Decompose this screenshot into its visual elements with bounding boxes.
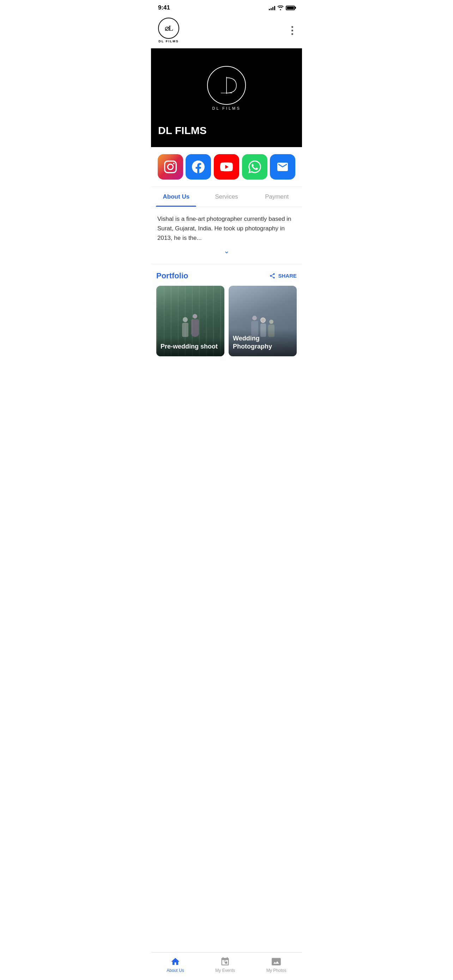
tab-about-us[interactable]: About Us [151,187,202,207]
share-button[interactable]: SHARE [269,273,297,279]
hero-logo-container: DL FILMS [158,59,295,118]
about-section: Vishal is a fine-art photographer curren… [151,207,302,264]
hero-logo-svg [212,75,241,96]
logo-dl-text: ⌀L [165,24,173,33]
facebook-button[interactable] [186,154,211,180]
hero-banner: DL FILMS DL FILMS [151,48,302,147]
header-logo: ⌀L DL FILMS [158,18,179,43]
tab-services[interactable]: Services [202,187,252,207]
signal-icon [269,5,275,10]
wifi-icon [277,5,284,10]
portfolio-header: Portfolio SHARE [156,271,297,280]
wedding-overlay: Wedding Photography [229,329,297,356]
app-header: ⌀L DL FILMS [151,14,302,48]
portfolio-title: Portfolio [156,271,188,280]
wedding-label: Wedding Photography [233,334,292,351]
hero-films-label: DL FILMS [212,106,241,110]
status-bar: 9:41 [151,0,302,14]
portfolio-card-wedding[interactable]: Wedding Photography [229,286,297,356]
menu-button[interactable] [290,24,295,37]
share-icon [269,273,276,279]
header-brand-name: DL FILMS [158,40,178,43]
instagram-button[interactable] [158,154,183,180]
hero-logo-inner [212,75,241,96]
battery-icon [286,6,295,10]
prewedding-label: Pre-wedding shoot [161,342,220,351]
status-time: 9:41 [158,4,170,11]
youtube-button[interactable] [214,154,239,180]
chevron-down-icon: ⌄ [224,247,230,255]
whatsapp-icon [248,161,261,173]
about-text: Vishal is a fine-art photographer curren… [157,214,296,243]
social-section [151,147,302,187]
expand-button[interactable]: ⌄ [157,243,296,259]
email-icon [276,161,289,173]
prewedding-overlay: Pre-wedding shoot [156,337,224,356]
tabs-section: About Us Services Payment [151,187,302,207]
hero-title: DL FILMS [158,124,295,137]
tab-payment[interactable]: Payment [251,187,302,207]
email-button[interactable] [270,154,295,180]
status-icons [269,5,295,10]
logo-circle: ⌀L [158,18,179,39]
facebook-icon [192,161,205,173]
menu-dot-2 [291,30,293,32]
share-label: SHARE [278,273,297,279]
menu-dot-3 [291,33,293,35]
portfolio-card-prewedding[interactable]: Pre-wedding shoot [156,286,224,356]
youtube-icon [220,161,233,173]
whatsapp-button[interactable] [242,154,267,180]
menu-dot-1 [291,26,293,28]
portfolio-grid: Pre-wedding shoot [156,286,297,356]
instagram-icon [164,161,177,173]
hero-logo-circle [207,66,246,105]
portfolio-section: Portfolio SHARE [151,264,302,363]
